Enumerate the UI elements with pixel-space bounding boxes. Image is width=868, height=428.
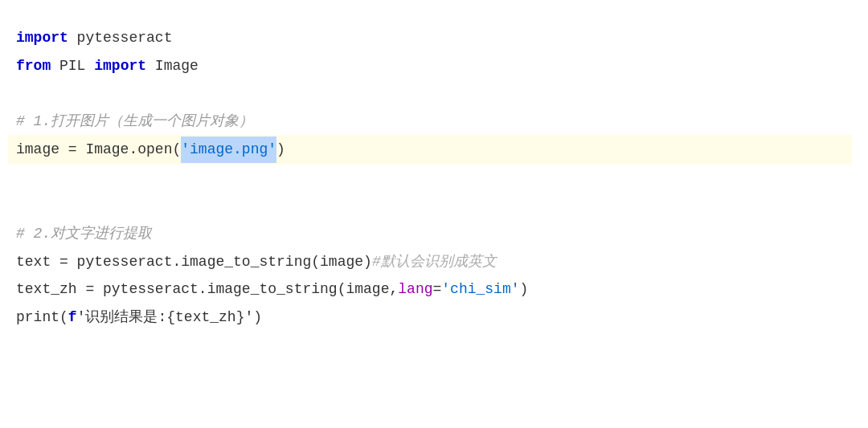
code-line-3-empty — [8, 79, 852, 108]
code-line-2: from PIL import Image — [8, 52, 852, 80]
code-line-9: text = pytesseract.image_to_string(image… — [8, 248, 852, 276]
code-text-ocr: text = pytesseract.image_to_string(image… — [16, 250, 372, 275]
code-line-11: print(f'识别结果是:{text_zh}') — [8, 304, 852, 332]
code-line-6-empty — [8, 165, 852, 193]
code-image-open-suffix: ) — [276, 137, 285, 162]
equals-sign: = — [433, 277, 442, 302]
comment-2: # 2.对文字进行提取 — [16, 222, 152, 247]
inline-comment-english: #默认会识别成英文 — [372, 250, 497, 275]
code-image-open-prefix: image = Image.open( — [16, 137, 181, 162]
keyword-lang: lang — [398, 277, 432, 302]
module-pil: PIL — [51, 54, 94, 79]
string-image-png: 'image.png' — [181, 137, 276, 163]
print-string: '识别结果是:{text_zh}') — [77, 305, 262, 330]
keyword-import-1: import — [16, 26, 68, 51]
code-line-1: import pytesseract — [8, 24, 852, 52]
string-chi-sim: 'chi_sim' — [441, 277, 519, 302]
code-line-4-comment: # 1.打开图片（生成一个图片对象） — [8, 108, 852, 136]
module-pytesseract: pytesseract — [68, 26, 173, 51]
fstring-f: f — [68, 305, 77, 330]
code-line-10: text_zh = pytesseract.image_to_string(im… — [8, 275, 852, 304]
class-image: Image — [146, 54, 199, 79]
close-paren: ) — [520, 277, 529, 302]
comment-1: # 1.打开图片（生成一个图片对象） — [16, 109, 253, 134]
code-textzh-prefix: text_zh = pytesseract.image_to_string(im… — [16, 277, 398, 302]
print-prefix: print( — [16, 305, 68, 330]
keyword-from: from — [16, 54, 51, 79]
code-line-7-empty — [8, 193, 852, 221]
code-block: import pytesseract from PIL import Image… — [8, 16, 852, 340]
code-line-5-highlighted: image = Image.open('image.png') — [8, 135, 852, 165]
code-line-8-comment: # 2.对文字进行提取 — [8, 220, 852, 248]
keyword-import-2: import — [94, 54, 146, 79]
